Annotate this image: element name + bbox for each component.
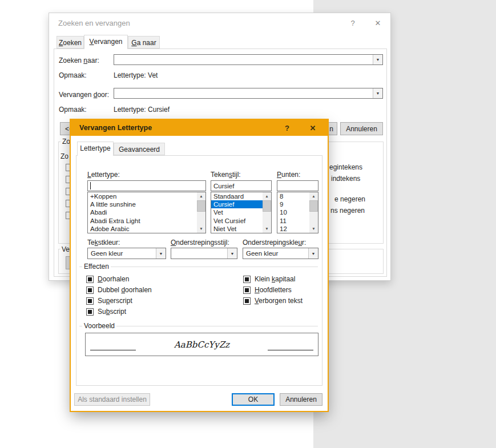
chevron-down-icon[interactable]: ▼ [373, 55, 382, 64]
checkbox-label: Subscript [98, 308, 126, 316]
option-label-fragment[interactable]: ns negeren [330, 207, 365, 215]
option-label-fragment[interactable]: e negeren [334, 195, 365, 203]
find-format-label: Opmaak: [59, 71, 87, 79]
preview-text: AaBbCcYyZz [86, 333, 318, 356]
font-list-item[interactable]: A little sunshine [88, 200, 197, 208]
checkbox-box [86, 308, 94, 316]
underline-style-dropdown[interactable]: ▼ [171, 248, 237, 259]
style-list-item[interactable]: Niet Vet [211, 225, 263, 233]
scroll-up-icon[interactable]: ▲ [309, 192, 318, 200]
scroll-down-icon[interactable]: ▼ [263, 225, 271, 233]
font-dialog-title: Vervangen Lettertype [79, 124, 152, 132]
tab-zoeken[interactable]: Zoeken [57, 36, 84, 49]
checkbox-label: Verborgen tekst [255, 297, 303, 305]
chevron-down-icon[interactable]: ▼ [308, 248, 318, 259]
size-list-rows: 8 9 10 11 12 [277, 192, 309, 233]
size-list-item[interactable]: 11 [277, 217, 309, 225]
scroll-down-icon[interactable]: ▼ [309, 225, 318, 233]
checkbox-box [86, 286, 94, 294]
text-caret [90, 182, 91, 189]
checkbox-subscript[interactable]: Subscript [86, 308, 126, 316]
checkbox-label: Dubbel doorhalen [98, 286, 152, 294]
font-list[interactable]: +Koppen A little sunshine Abadi Abadi Ex… [87, 192, 206, 233]
style-list-item[interactable]: Vet Cursief [211, 217, 263, 225]
replace-with-label: Vervangen door: [59, 91, 109, 99]
size-list-item[interactable]: 10 [277, 208, 309, 216]
checkbox-hoofdletters[interactable]: Hoofdletters [243, 286, 292, 294]
underline-style-label: Onderstrepingsstijl: [171, 239, 229, 247]
size-list-scrollbar[interactable]: ▲ ▼ [309, 192, 318, 233]
tab-lettertype[interactable]: Lettertype [77, 142, 114, 156]
font-list-scrollbar[interactable]: ▲ ▼ [197, 192, 205, 233]
find-replace-titlebar[interactable]: Zoeken en vervangen [49, 13, 390, 33]
lettertype-tabpage: Lettertype: +Koppen A little sunshine Ab… [76, 155, 322, 386]
scroll-thumb[interactable] [309, 200, 318, 212]
chevron-down-icon[interactable]: ▼ [373, 88, 382, 98]
scroll-up-icon[interactable]: ▲ [263, 192, 271, 200]
checkbox-box [243, 297, 251, 305]
style-label: Tekenstijl: [211, 171, 241, 179]
chevron-down-icon[interactable]: ▼ [227, 248, 237, 259]
cancel-button[interactable]: Annuleren [340, 122, 383, 135]
style-list-scrollbar[interactable]: ▲ ▼ [263, 192, 271, 233]
style-input-value: Cursief [213, 183, 234, 189]
scroll-up-icon[interactable]: ▲ [197, 192, 205, 200]
style-list-item-selected[interactable]: Cursief [211, 200, 263, 208]
ok-button[interactable]: OK [232, 393, 275, 406]
size-list-item[interactable]: 9 [277, 200, 309, 208]
style-list[interactable]: Standaard Cursief Vet Vet Cursief Niet V… [211, 192, 272, 233]
font-list-item[interactable]: +Koppen [88, 192, 197, 200]
replace-format-value: Lettertype: Cursief [114, 106, 170, 114]
size-list[interactable]: 8 9 10 11 12 ▲ ▼ [277, 192, 318, 233]
size-list-item[interactable]: 8 [277, 192, 309, 200]
scroll-thumb[interactable] [263, 200, 271, 212]
option-label-fragment[interactable]: indtekens [331, 175, 360, 183]
checkbox-label: Hoofdletters [255, 286, 292, 294]
close-icon[interactable]: ✕ [369, 13, 386, 33]
checkbox-klein-kapitaal[interactable]: Klein kapitaal [243, 275, 295, 283]
tab-ga-naar[interactable]: Ga naar [128, 36, 160, 49]
checkbox-verborgen-tekst[interactable]: Verborgen tekst [243, 297, 303, 305]
effects-groupline [79, 267, 318, 267]
find-what-label: Zoeken naar: [59, 56, 99, 64]
screen: Zoeken en vervangen ? ✕ Zoeken Vervangen… [0, 0, 496, 448]
style-list-item[interactable]: Vet [211, 208, 263, 216]
size-input[interactable] [277, 180, 318, 191]
replace-font-dialog: Vervangen Lettertype ? ✕ Lettertype Geav… [71, 120, 328, 411]
checkbox-superscript[interactable]: Superscript [86, 297, 132, 305]
font-color-value: Geen kleur [91, 248, 123, 259]
preview-box: AaBbCcYyZz [85, 333, 318, 356]
size-list-item[interactable]: 12 [277, 225, 309, 233]
effects-group-label: Effecten [82, 263, 111, 271]
help-icon[interactable]: ? [344, 13, 361, 33]
option-label-fragment[interactable]: egintekens [329, 163, 362, 171]
checkbox-doorhalen[interactable]: Doorhalen [86, 275, 129, 283]
chevron-down-icon[interactable]: ▼ [156, 248, 166, 259]
font-color-dropdown[interactable]: Geen kleur ▼ [87, 248, 166, 259]
font-list-item[interactable]: Abadi Extra Light [88, 217, 197, 225]
font-list-item[interactable]: Adobe Arabic [88, 225, 197, 233]
checkbox-dubbel-doorhalen[interactable]: Dubbel doorhalen [86, 286, 152, 294]
font-list-item[interactable]: Abadi [88, 208, 197, 216]
set-as-default-button[interactable]: Als standaard instellen [74, 393, 150, 406]
scroll-thumb[interactable] [197, 200, 205, 212]
checkbox-box [243, 286, 251, 294]
find-format-value: Lettertype: Vet [114, 71, 158, 79]
font-name-input[interactable] [87, 180, 206, 191]
size-label: Punten: [277, 171, 300, 179]
tab-geavanceerd[interactable]: Geavanceerd [114, 143, 165, 155]
style-list-item[interactable]: Standaard [211, 192, 263, 200]
tab-vervangen[interactable]: Vervangen [84, 35, 128, 49]
replace-with-combobox[interactable]: ▼ [114, 88, 383, 99]
checkbox-label: Superscript [98, 297, 132, 305]
search-direction-label-fragment: Zo [61, 152, 68, 160]
find-what-combobox[interactable]: ▼ [114, 54, 383, 65]
close-icon[interactable]: ✕ [304, 120, 321, 136]
font-label: Lettertype: [87, 171, 120, 179]
style-input[interactable]: Cursief [211, 180, 272, 191]
help-icon[interactable]: ? [279, 120, 296, 136]
checkbox-box [243, 276, 251, 283]
scroll-down-icon[interactable]: ▼ [197, 225, 205, 233]
cancel-button[interactable]: Annuleren [280, 393, 322, 406]
underline-color-dropdown[interactable]: Geen kleur ▼ [243, 248, 318, 259]
